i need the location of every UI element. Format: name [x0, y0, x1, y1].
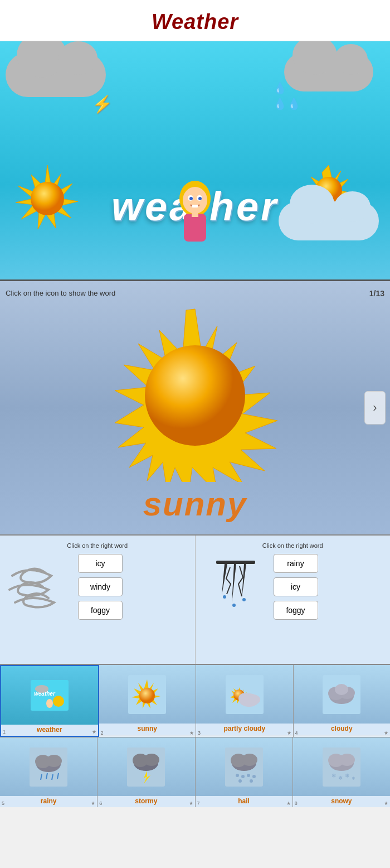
thumbnails-row-1: weather weather 1 ★	[0, 664, 390, 737]
thumbnail-1[interactable]: weather weather 1 ★	[0, 665, 99, 737]
choice-foggy-2[interactable]: foggy	[274, 601, 318, 620]
cloud-top-left	[6, 52, 106, 97]
wind-icon	[7, 553, 74, 620]
quiz-content-1: icy windy foggy	[7, 553, 188, 620]
quiz-content-2: rainy icy foggy	[202, 553, 384, 620]
svg-marker-17	[232, 564, 236, 604]
svg-text:❄: ❄	[332, 773, 336, 779]
flashcard-instruction: Click on the icon to show the word	[6, 289, 115, 297]
thumb-number-6: 6	[99, 801, 102, 806]
character-icon	[173, 179, 217, 246]
svg-point-62	[238, 779, 242, 783]
svg-point-44	[46, 755, 62, 767]
quiz-card-2: Click on the right word	[196, 536, 391, 664]
thumb-star-4: ★	[384, 730, 388, 736]
hero-section: ⚡ 💧💧💧 weather	[0, 41, 390, 281]
svg-point-25	[35, 685, 48, 693]
thumb-hero-image: weather	[1, 666, 98, 725]
thumb-star-8: ★	[384, 801, 388, 806]
quiz-instruction-1: Click on the right word	[7, 542, 188, 549]
thumbnail-3[interactable]: partly cloudy 3 ★	[196, 665, 294, 737]
thumb-number-4: 4	[295, 730, 298, 736]
next-button[interactable]: ›	[364, 391, 386, 425]
flashcard-section: Click on the icon to show the word 1/13 …	[0, 281, 390, 534]
svg-point-60	[247, 774, 250, 777]
thumb-sunny-image	[99, 665, 196, 724]
svg-point-5	[183, 187, 207, 214]
thumb-label-7: hail	[196, 796, 292, 807]
thumbnail-4[interactable]: cloudy 4 ★	[294, 665, 391, 737]
svg-point-63	[250, 779, 253, 783]
page-title: Weather	[0, 10, 390, 34]
svg-point-35	[247, 695, 260, 705]
flashcard-word: sunny	[0, 485, 390, 523]
svg-point-57	[242, 754, 257, 766]
thumb-number-1: 1	[3, 729, 6, 735]
thumbnail-6[interactable]: stormy 6 ★	[98, 737, 195, 807]
choice-rainy-2[interactable]: rainy	[274, 554, 318, 573]
choice-foggy-1[interactable]: foggy	[78, 601, 123, 620]
svg-point-20	[232, 604, 236, 607]
page-counter: 1/13	[369, 289, 384, 298]
thumb-label-3: partly cloudy	[196, 724, 293, 735]
thumb-snowy-image: ❄ ❄ ❄ ❄	[293, 737, 390, 796]
svg-point-21	[242, 598, 246, 601]
thumb-label-4: cloudy	[294, 724, 391, 735]
choice-icy-2[interactable]: icy	[274, 577, 318, 596]
svg-point-19	[223, 595, 226, 599]
svg-point-67	[339, 754, 355, 766]
thumb-number-2: 2	[101, 730, 104, 736]
thumb-label-5: rainy	[0, 796, 97, 807]
thumb-star-1: ★	[92, 729, 96, 735]
choice-icy-1[interactable]: icy	[78, 554, 123, 573]
flashcard-sun-icon[interactable]	[106, 303, 284, 482]
thumbnail-5[interactable]: rainy 5 ★	[0, 737, 98, 807]
svg-point-29	[139, 688, 155, 703]
thumb-rainy-image	[0, 737, 97, 796]
choice-windy-1[interactable]: windy	[78, 577, 123, 596]
thumb-star-6: ★	[189, 801, 193, 806]
thumb-number-3: 3	[198, 730, 201, 736]
svg-point-59	[241, 775, 245, 778]
svg-point-40	[335, 684, 348, 695]
thumb-number-5: 5	[2, 801, 4, 806]
quiz-section: Click on the right word icy windy foggy …	[0, 534, 390, 664]
svg-point-52	[144, 754, 159, 766]
thumbnail-7[interactable]: hail 7 ★	[196, 737, 293, 807]
cloud-bottom-right	[279, 201, 379, 240]
thumb-label-6: stormy	[98, 796, 194, 807]
svg-rect-10	[192, 205, 198, 208]
thumbnail-2[interactable]: sunny 2 ★	[99, 665, 197, 737]
svg-point-1	[31, 182, 64, 215]
svg-point-9	[198, 197, 202, 200]
svg-marker-18	[242, 564, 246, 598]
svg-point-26	[46, 699, 53, 708]
svg-rect-12	[192, 211, 198, 217]
rain-drops: 💧💧💧	[273, 80, 301, 112]
quiz-choices-1: icy windy foggy	[78, 554, 123, 620]
thumbnail-8[interactable]: ❄ ❄ ❄ ❄ snowy 8 ★	[293, 737, 390, 807]
thumb-star-2: ★	[189, 730, 194, 736]
page-header: Weather	[0, 0, 390, 41]
thumb-label-8: snowy	[293, 796, 390, 807]
thumb-partly-cloudy-image	[196, 665, 293, 724]
thumb-cloudy-image	[294, 665, 391, 724]
svg-text:❄: ❄	[338, 775, 343, 781]
svg-rect-15	[216, 561, 255, 564]
thumb-label-2: sunny	[99, 724, 196, 735]
thumb-number-7: 7	[197, 801, 200, 806]
svg-text:❄: ❄	[345, 773, 349, 779]
thumbnails-row-2: rainy 5 ★ stormy 6 ★	[0, 737, 390, 807]
svg-point-61	[252, 775, 256, 778]
svg-point-14	[145, 345, 245, 446]
chevron-right-icon: ›	[373, 401, 377, 415]
svg-point-8	[189, 197, 193, 200]
quiz-instruction-2: Click on the right word	[202, 542, 384, 549]
svg-rect-11	[184, 214, 206, 242]
svg-text:❄: ❄	[352, 776, 355, 781]
svg-point-58	[236, 774, 239, 777]
sun-left-icon	[11, 162, 84, 235]
thumb-star-5: ★	[91, 801, 95, 806]
thumb-hail-image	[196, 737, 292, 796]
icicle-icon	[202, 553, 269, 620]
